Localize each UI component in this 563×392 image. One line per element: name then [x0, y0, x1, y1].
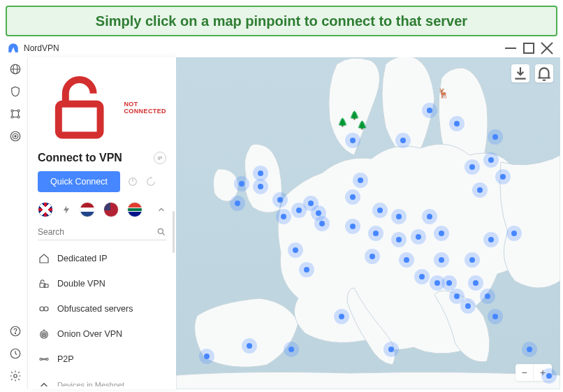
obfuscated-icon [38, 303, 50, 315]
double-lock-icon [38, 277, 50, 290]
specialty-obfuscated[interactable]: Obfuscated servers [38, 296, 166, 321]
server-pin[interactable] [314, 216, 330, 231]
meshnet-icon[interactable] [9, 108, 22, 120]
server-pin[interactable] [480, 289, 495, 304]
svg-point-7 [11, 110, 13, 112]
server-pin[interactable] [345, 133, 360, 148]
server-pin[interactable] [253, 179, 268, 194]
server-pin[interactable] [414, 269, 430, 284]
svg-point-29 [40, 307, 44, 311]
server-pin[interactable] [368, 226, 383, 241]
server-pin[interactable] [449, 116, 465, 131]
onion-icon [38, 328, 50, 340]
refresh-icon[interactable] [145, 176, 156, 187]
specialty-dedicated-ip[interactable]: Dedicated IP [38, 246, 166, 271]
server-pin[interactable] [383, 342, 399, 357]
server-pin[interactable] [242, 338, 257, 354]
flag-uk[interactable] [38, 202, 53, 217]
ip-badge[interactable]: IP [154, 152, 166, 164]
server-pin[interactable] [399, 252, 414, 268]
server-pin[interactable] [345, 189, 360, 205]
server-pin[interactable] [395, 133, 411, 148]
server-pin[interactable] [272, 192, 288, 208]
specialty-onion[interactable]: Onion Over VPN [38, 321, 166, 347]
svg-point-21 [13, 375, 17, 378]
fastest-icon[interactable] [61, 205, 71, 215]
server-pin[interactable] [334, 309, 349, 324]
svg-point-32 [42, 333, 46, 337]
recent-connections [38, 202, 166, 217]
svg-point-10 [17, 116, 20, 118]
map-landmass [176, 57, 560, 389]
server-pin[interactable] [422, 209, 437, 224]
server-pin[interactable] [230, 196, 245, 211]
server-pin[interactable] [345, 219, 360, 234]
svg-point-9 [11, 116, 13, 118]
server-pin[interactable] [411, 229, 426, 245]
maximize-button[interactable] [520, 41, 538, 55]
server-pin[interactable] [276, 209, 291, 224]
server-pin[interactable] [465, 252, 480, 268]
help-icon[interactable] [9, 325, 22, 337]
server-pin[interactable] [434, 252, 449, 268]
server-pin[interactable] [483, 152, 499, 168]
server-pin[interactable] [472, 182, 488, 198]
server-pin[interactable] [465, 159, 480, 175]
globe-icon[interactable] [9, 63, 22, 75]
flag-nl[interactable] [80, 202, 95, 217]
connection-status: NOT CONNECTED [38, 66, 166, 149]
nav-rail [3, 57, 28, 389]
settings-icon[interactable] [9, 370, 22, 382]
server-pin[interactable] [488, 309, 503, 324]
server-pin[interactable] [199, 349, 214, 364]
server-pin[interactable] [234, 176, 249, 191]
flag-us[interactable] [103, 202, 119, 217]
server-pin[interactable] [488, 129, 503, 145]
meshnet-header[interactable]: Devices in Meshnet [38, 372, 166, 386]
download-icon[interactable] [511, 64, 529, 82]
list-item-label: Obfuscated servers [57, 304, 133, 314]
server-pin[interactable] [483, 232, 499, 247]
server-pin[interactable] [422, 103, 437, 118]
server-pin[interactable] [372, 203, 388, 218]
quick-connect-button[interactable]: Quick Connect [38, 171, 120, 192]
specialty-double-vpn[interactable]: Double VPN [38, 271, 166, 296]
shield-icon[interactable] [9, 85, 22, 98]
flag-za[interactable] [127, 202, 142, 217]
search-icon[interactable] [156, 227, 166, 237]
history-icon[interactable] [9, 347, 22, 360]
server-pin[interactable] [365, 249, 380, 264]
server-pin[interactable] [460, 298, 476, 314]
search-input[interactable] [38, 227, 156, 237]
main-area: NOT CONNECTED Connect to VPN IP Quick Co… [3, 57, 560, 389]
server-pin[interactable] [299, 262, 314, 277]
close-button[interactable] [538, 41, 556, 55]
server-pin[interactable] [506, 226, 522, 241]
banner-text: Simply click on a map pinpoint to connec… [96, 13, 467, 29]
server-pin[interactable] [288, 242, 303, 258]
target-icon[interactable] [9, 130, 22, 143]
server-pin[interactable] [434, 226, 449, 241]
minimize-button[interactable] [502, 41, 520, 55]
svg-point-35 [40, 358, 42, 361]
svg-point-36 [46, 358, 48, 361]
section-label: Devices in Meshnet [57, 381, 124, 386]
chevron-up-icon[interactable] [156, 205, 166, 215]
server-pin[interactable] [353, 173, 368, 188]
server-pin[interactable] [495, 169, 511, 184]
svg-point-25 [158, 229, 163, 234]
server-pin[interactable] [391, 209, 407, 224]
server-pin[interactable] [468, 275, 483, 291]
specialty-p2p[interactable]: P2P [38, 347, 166, 372]
scrollbar[interactable] [173, 211, 175, 253]
zoom-out-button[interactable]: − [516, 364, 534, 381]
server-map[interactable]: − + 🌲🌲🌲🦌 [176, 57, 560, 389]
server-pin[interactable] [522, 342, 537, 357]
server-pin[interactable] [391, 232, 407, 247]
instruction-banner: Simply click on a map pinpoint to connec… [6, 6, 557, 36]
tree-icon: 🌲 [349, 110, 360, 120]
power-icon[interactable] [127, 176, 138, 187]
server-pin[interactable] [541, 368, 557, 384]
notification-icon[interactable] [535, 64, 553, 82]
server-pin[interactable] [284, 342, 299, 357]
